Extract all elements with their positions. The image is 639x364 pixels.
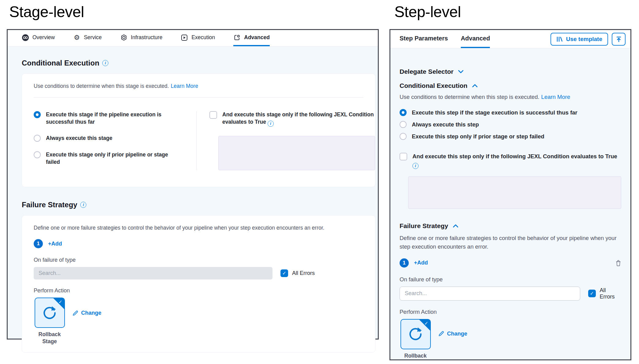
failure-strategy-card: Define one or more failure strategies to… [22,215,375,353]
delegate-selector-title: Delegate Selector [400,68,453,75]
radio-icon [34,151,41,158]
failure-type-search-input[interactable] [400,287,580,301]
tab-advanced[interactable]: Advanced [233,30,270,46]
radio-selected-icon [34,111,41,118]
jexl-checkbox-row[interactable]: And execute this stage only if the follo… [209,111,375,127]
radio-execute-if-stage-successful[interactable]: Execute this step if the stage execution… [400,109,621,117]
on-failure-label: On failure of type [400,276,621,283]
tab-label: Service [84,34,102,41]
radio-always-execute[interactable]: Always execute this stage [34,135,179,142]
jexl-checkbox[interactable] [400,153,407,160]
failure-strategy-toggle[interactable]: Failure Strategy [400,222,621,230]
all-errors-checkbox[interactable]: ✓ [280,269,288,277]
step-level-title: Step-level [394,3,461,21]
advanced-export-icon [233,34,241,41]
learn-more-link[interactable]: Learn More [541,94,570,100]
perform-action-label: Perform Action [400,309,621,315]
change-action-link[interactable]: Change [438,331,467,337]
jexl-condition-input[interactable] [408,176,621,209]
all-errors-checkbox-row[interactable]: ✓ All Errors [280,269,315,277]
pencil-icon [72,310,78,316]
step-header: Step Parameters Advanced Use template [390,30,630,48]
tab-infrastructure[interactable]: Infrastructure [120,30,162,46]
strategy-list-row: 1 +Add [400,258,621,268]
failure-type-row: ✓ All Errors [34,267,363,280]
failure-strategy-description: Define one or more failure strategies to… [400,234,621,251]
conditional-execution-description: Use conditions to determine when this st… [22,74,375,97]
gear-icon: ⚙ [73,34,81,41]
radio-execute-if-failed[interactable]: Execute this step only if prior stage or… [400,133,621,141]
strategy-list-row: 1 +Add [34,239,363,248]
conditional-execution-body: Execute this stage if the pipeline execu… [22,98,375,187]
tab-step-parameters[interactable]: Step Parameters [400,30,448,48]
action-name: Rollback Stage [34,331,66,345]
conditional-execution-title: Conditional Execution [400,82,468,89]
chevron-down-icon [458,69,464,74]
check-icon: ✓ [282,270,286,276]
all-errors-label: All Errors [292,270,315,276]
tab-service[interactable]: ⚙ Service [73,30,102,46]
check-icon: ✓ [58,299,62,305]
conditional-execution-toggle[interactable]: Conditional Execution [400,82,621,89]
hexagon-target-icon [120,34,127,41]
radio-always-execute[interactable]: Always execute this step [400,121,621,129]
info-icon[interactable]: i [268,121,274,127]
rollback-stage-tile[interactable]: ✓ [400,319,431,349]
pencil-icon [438,331,444,337]
tab-label: Advanced [461,35,490,42]
jexl-condition-section: And execute this stage only if the follo… [197,111,375,170]
change-action-link[interactable]: Change [72,310,101,316]
jexl-checkbox-row[interactable]: And execute this step only if the follow… [400,153,621,169]
use-template-button[interactable]: Use template [551,33,608,46]
tab-label: Step Parameters [400,35,448,42]
header-actions: Use template [551,30,626,48]
info-icon[interactable]: i [102,60,108,66]
radio-selected-icon [400,109,407,116]
all-errors-checkbox-row[interactable]: ✓ All Errors [588,287,621,300]
failure-strategy-heading: Failure Strategy i [22,201,375,209]
failure-strategy-title: Failure Strategy [400,222,448,230]
play-square-icon [181,34,188,41]
add-strategy-link[interactable]: +Add [414,260,428,266]
learn-more-link[interactable]: Learn More [171,83,198,89]
check-icon: ✓ [424,321,428,326]
selected-action: ✓ Rollback Stage [34,298,66,345]
failure-type-search-input[interactable] [34,267,273,280]
jexl-condition-input[interactable] [218,136,375,170]
conditional-execution-title: Conditional Execution [22,59,99,67]
all-errors-label: All Errors [600,287,621,300]
radio-execute-if-pipeline-successful[interactable]: Execute this stage if the pipeline execu… [34,111,179,126]
tab-execution[interactable]: Execution [181,30,215,46]
step-content: Delegate Selector Conditional Execution … [390,48,630,360]
chevron-up-icon [453,224,459,228]
radio-execute-if-failed[interactable]: Execute this stage only if prior pipelin… [34,151,179,166]
tab-label: Advanced [244,34,270,41]
jexl-checkbox[interactable] [209,111,217,119]
on-failure-label: On failure of type [34,257,363,263]
stage-content: Conditional Execution i Use conditions t… [8,47,378,353]
strategy-count-badge[interactable]: 1 [400,258,409,268]
all-errors-checkbox[interactable]: ✓ [588,290,596,297]
delete-strategy-button[interactable] [615,260,621,266]
failure-strategy-description: Define one or more failure strategies to… [34,225,363,231]
radio-icon [400,133,407,140]
step-advanced-panel: Step Parameters Advanced Use template De… [389,29,631,360]
add-strategy-link[interactable]: +Add [48,241,62,247]
save-as-template-button[interactable] [612,33,626,46]
radio-icon [34,135,41,142]
failure-type-row: ✓ All Errors [400,287,621,301]
info-icon[interactable]: i [80,202,86,208]
conditional-execution-heading: Conditional Execution i [22,59,375,67]
tab-label: Overview [32,34,55,41]
tab-overview[interactable]: Overview [22,30,55,46]
conditional-execution-card: Use conditions to determine when this st… [22,73,375,187]
trash-icon [615,260,621,266]
action-name: Rollback Stage [400,352,431,360]
info-icon[interactable]: i [412,163,419,169]
stage-advanced-panel: Overview ⚙ Service Infrastructure Execut… [7,29,379,340]
rollback-stage-tile[interactable]: ✓ [35,298,65,328]
strategy-count-badge[interactable]: 1 [34,239,43,248]
tab-label: Infrastructure [131,34,162,41]
delegate-selector-toggle[interactable]: Delegate Selector [400,68,621,75]
tab-advanced[interactable]: Advanced [461,30,490,48]
